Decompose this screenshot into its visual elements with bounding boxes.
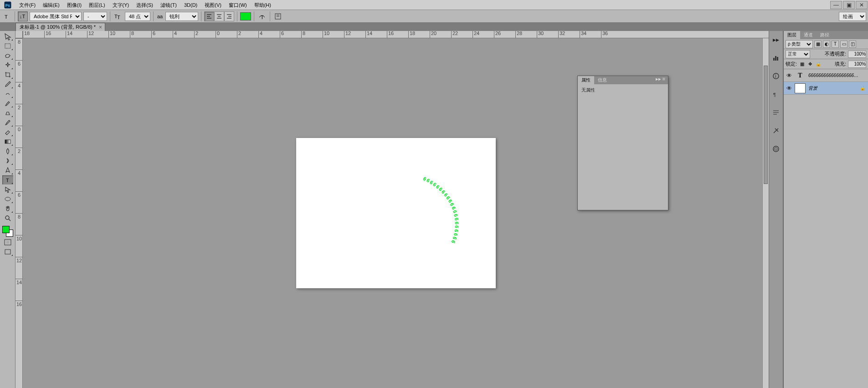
eraser-tool[interactable] — [2, 128, 13, 137]
svg-rect-27 — [5, 250, 10, 254]
foreground-color[interactable] — [2, 226, 10, 233]
magic-wand-tool[interactable] — [2, 61, 13, 70]
svg-point-23 — [5, 216, 9, 220]
font-style-select[interactable]: - — [83, 12, 107, 21]
font-family-select[interactable]: Adobe 黑体 Std R — [30, 12, 82, 21]
svg-rect-19 — [5, 44, 10, 48]
character-panel-button[interactable] — [273, 11, 283, 21]
opacity-label: 不透明度: — [825, 51, 846, 57]
svg-text:T: T — [261, 15, 264, 20]
text-orientation-button[interactable]: ↓T — [18, 11, 28, 21]
eyedropper-tool[interactable] — [2, 80, 13, 89]
clone-stamp-tool[interactable] — [2, 108, 13, 117]
filter-type-icon[interactable]: T — [832, 41, 839, 48]
tab-info[interactable]: 信息 — [594, 76, 611, 84]
minimize-button[interactable]: — — [830, 1, 842, 9]
pen-tool[interactable] — [2, 166, 13, 175]
layer-row[interactable]: 👁T666666666666666666666... — [784, 69, 868, 82]
color-picker[interactable] — [1, 225, 14, 238]
ruler-horizontal[interactable]: 1816141210864202468101214161820222426283… — [23, 31, 769, 38]
ellipse-tool[interactable] — [2, 194, 13, 204]
dodge-tool[interactable] — [2, 156, 13, 165]
tab-channels[interactable]: 通道 — [800, 31, 817, 39]
warp-text-button[interactable]: T — [257, 11, 267, 21]
menu-item[interactable]: 3D(D) — [180, 0, 201, 10]
menu-item[interactable]: 选择(S) — [133, 0, 157, 10]
tools-icon[interactable] — [771, 126, 781, 136]
layer-filter-select[interactable]: ρ 类型 — [786, 40, 813, 48]
visibility-toggle[interactable]: 👁 — [784, 72, 795, 79]
hand-tool[interactable] — [2, 204, 13, 213]
path-select-tool[interactable] — [2, 185, 13, 194]
zoom-tool[interactable] — [2, 214, 13, 223]
menu-item[interactable]: 编辑(E) — [39, 0, 63, 10]
menu-item[interactable]: 文字(Y) — [109, 0, 133, 10]
lasso-tool[interactable] — [2, 51, 13, 60]
filter-shape-icon[interactable]: ▭ — [840, 41, 847, 48]
svg-rect-31 — [777, 57, 778, 61]
menu-item[interactable]: 视图(V) — [201, 0, 225, 10]
blend-mode-select[interactable]: 正常 — [786, 50, 810, 58]
tab-paths[interactable]: 路径 — [817, 31, 833, 39]
app-logo: Ps — [0, 0, 15, 10]
cloud-icon[interactable] — [771, 144, 781, 154]
svg-line-24 — [9, 219, 10, 221]
character-icon[interactable]: ¶ — [771, 89, 781, 99]
quick-mask-button[interactable] — [2, 238, 13, 247]
lock-position-icon[interactable]: ✥ — [807, 61, 813, 67]
opacity-input[interactable] — [848, 51, 866, 58]
brush-tool[interactable] — [2, 99, 13, 108]
workspace-switcher[interactable]: 绘画 — [839, 12, 866, 21]
healing-brush-tool[interactable] — [2, 89, 13, 98]
info-icon[interactable]: i — [771, 71, 781, 81]
paragraph-icon[interactable] — [771, 107, 781, 117]
filter-adjust-icon[interactable]: ◐ — [823, 41, 830, 48]
move-tool[interactable] — [2, 32, 13, 41]
marquee-tool[interactable] — [2, 41, 13, 51]
gradient-tool[interactable] — [2, 137, 13, 146]
svg-rect-20 — [5, 140, 10, 143]
menu-item[interactable]: 帮助(H) — [251, 0, 275, 10]
lock-pixels-icon[interactable]: ▦ — [799, 61, 805, 67]
svg-text:Ps: Ps — [5, 3, 10, 7]
document-tab[interactable]: 未标题-1 @ 100% (背景, RGB/8) * × — [15, 23, 105, 31]
close-tab-icon[interactable]: × — [99, 24, 102, 31]
canvas-page[interactable]: 666666666666666666666 — [296, 138, 496, 288]
antialias-select[interactable]: 锐利 — [165, 12, 198, 21]
blur-tool[interactable] — [2, 147, 13, 156]
filter-pixel-icon[interactable]: ▦ — [814, 41, 822, 48]
histogram-icon[interactable] — [771, 53, 781, 63]
lock-all-icon[interactable]: 🔒 — [815, 61, 822, 67]
font-size-select[interactable]: 48 点 — [125, 12, 150, 21]
menu-item[interactable]: 窗口(W) — [225, 0, 251, 10]
menu-item[interactable]: 图像(I) — [63, 0, 85, 10]
fill-input[interactable] — [848, 61, 866, 68]
align-right-button[interactable] — [224, 11, 234, 21]
align-center-button[interactable] — [214, 11, 224, 21]
svg-point-22 — [5, 197, 10, 201]
menu-item[interactable]: 图层(L) — [85, 0, 108, 10]
ruler-vertical[interactable]: 86420246810121416 — [15, 38, 23, 388]
filter-smart-icon[interactable]: ◫ — [849, 41, 856, 48]
visibility-toggle[interactable]: 👁 — [784, 85, 795, 92]
menu-item[interactable]: 滤镜(T) — [157, 0, 180, 10]
tab-layers[interactable]: 图层 — [784, 31, 800, 39]
type-tool[interactable]: T — [2, 175, 13, 184]
layer-row[interactable]: 👁背景🔒 — [784, 82, 868, 95]
menu-item[interactable]: 文件(F) — [15, 0, 39, 10]
panel-collapse-icon[interactable]: ▸▸ ≡ — [653, 76, 668, 84]
maximize-button[interactable]: ▣ — [843, 1, 855, 9]
text-color-swatch[interactable] — [240, 12, 251, 20]
crop-tool[interactable] — [2, 70, 13, 79]
tab-properties[interactable]: 属性 — [578, 76, 594, 84]
ruler-origin[interactable] — [15, 31, 23, 38]
screen-mode-button[interactable] — [2, 247, 13, 256]
close-button[interactable]: ✕ — [856, 1, 868, 9]
align-left-button[interactable] — [204, 11, 214, 21]
expand-dock-icon[interactable]: ▸▸ — [771, 35, 781, 45]
history-brush-tool[interactable] — [2, 118, 13, 127]
canvas-scrollbar-vertical[interactable] — [762, 38, 769, 388]
lock-row: 锁定: ▦ ✥ 🔒 填充: — [784, 59, 868, 69]
lock-icon: 🔒 — [860, 86, 868, 91]
properties-panel[interactable]: 属性 信息 ▸▸ ≡ 无属性 — [577, 76, 668, 210]
